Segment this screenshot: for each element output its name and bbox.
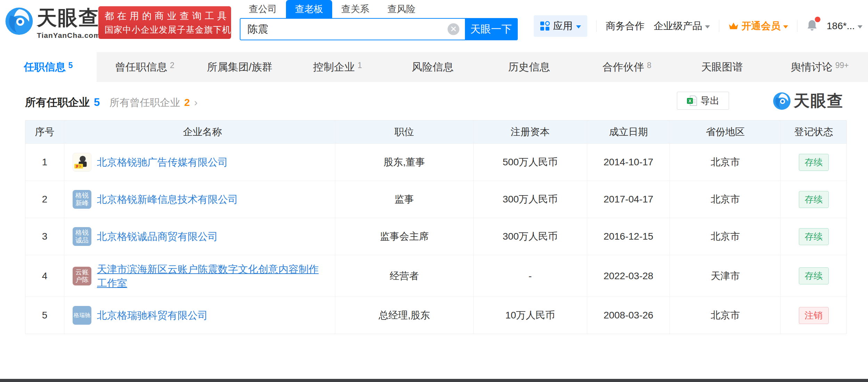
divider	[797, 20, 797, 32]
account-phone: 186*...	[827, 20, 855, 32]
search-input[interactable]	[240, 19, 448, 40]
watermark-text: 天眼查	[794, 90, 844, 112]
tab-controlled-companies[interactable]: 控制企业 1	[289, 52, 386, 82]
top-header: 天眼查 TianYanCha.com 都在用的商业查询工具 国家中小企业发展子基…	[0, 0, 868, 52]
company-logo: 格锐 诚品	[73, 227, 91, 246]
tianyancha-watermark-icon	[773, 92, 791, 110]
status-badge: 注销	[799, 307, 829, 324]
capital-cell: 10万人民币	[473, 297, 587, 334]
col-header-status: 登记状态	[780, 121, 846, 143]
status-badge: 存续	[799, 228, 829, 245]
section-header: 所有任职企业 5 所有曾任职企业 2 › X 导出	[0, 82, 868, 120]
notifications-bell[interactable]	[806, 19, 818, 33]
table-row: 4 云账 户陈 天津市滨海新区云账户陈震数字文化创意内容制作工作室 经营者 - …	[25, 255, 846, 297]
promo-banner: 都在用的商业查询工具 国家中小企业发展子基金旗下机构	[98, 6, 231, 39]
tab-graph[interactable]: 天眼图谱	[675, 52, 772, 82]
promo-line2: 国家中小企业发展子基金旗下机构	[105, 23, 225, 36]
notification-dot	[815, 17, 820, 22]
company-link[interactable]: 天津市滨海新区云账户陈震数字文化创意内容制作工作室	[97, 262, 326, 290]
tab-risk-info[interactable]: 风险信息	[386, 52, 482, 82]
table-row: 3 格锐 诚品 北京格锐诚品商贸有限公司 监事会主席 300万人民币 2016-…	[25, 218, 846, 255]
date-cell: 2014-10-17	[587, 144, 670, 181]
tab-former-positions[interactable]: 曾任职信息 2	[97, 52, 193, 82]
nav-enterprise-products[interactable]: 企业级产品	[654, 19, 710, 33]
position-cell: 监事会主席	[335, 218, 473, 255]
col-header-date: 成立日期	[587, 121, 670, 143]
company-logo: 萝卜	[73, 153, 91, 172]
search-tab-risk[interactable]: 查风险	[378, 0, 425, 18]
logo-text: 户陈	[75, 276, 89, 284]
export-label: 导出	[701, 94, 719, 107]
table-header-row: 序号 企业名称 职位 注册资本 成立日期 省份地区 登记状态	[25, 121, 846, 143]
tab-label: 任职信息	[24, 60, 65, 74]
nav-vip-upgrade[interactable]: 开通会员	[728, 19, 788, 33]
col-header-position: 职位	[335, 121, 473, 143]
apps-menu[interactable]: 应用	[534, 15, 587, 37]
nav-business-cooperation[interactable]: 商务合作	[606, 19, 645, 33]
region-cell: 北京市	[670, 144, 780, 181]
former-companies-link[interactable]: 所有曾任职企业	[109, 96, 180, 110]
brand-title: 天眼查	[37, 5, 100, 31]
tab-positions[interactable]: 任职信息 5	[0, 52, 97, 82]
search-tab-company[interactable]: 查公司	[240, 0, 286, 18]
row-index: 1	[25, 144, 64, 181]
tab-label: 合作伙伴	[603, 60, 644, 74]
tab-public-opinion[interactable]: 舆情讨论 99+	[772, 52, 868, 82]
tab-history-info[interactable]: 历史信息	[482, 52, 579, 82]
brand-subtitle: TianYanCha.com	[37, 31, 100, 40]
tianyancha-logo[interactable]: 天眼查 TianYanCha.com	[5, 5, 100, 40]
nav-business-label: 商务合作	[606, 19, 645, 33]
col-header-capital: 注册资本	[473, 121, 587, 143]
row-index: 4	[25, 255, 64, 297]
tab-label: 舆情讨论	[791, 60, 833, 74]
nav-vip-label: 开通会员	[742, 19, 780, 33]
capital-cell: -	[473, 255, 587, 297]
search-tabs: 查公司 查老板 查关系 查风险	[240, 2, 518, 18]
search-tab-boss[interactable]: 查老板	[286, 0, 332, 18]
capital-cell: 300万人民币	[473, 218, 587, 255]
nav-account[interactable]: 186*...	[827, 20, 862, 32]
company-link[interactable]: 北京格锐诚品商贸有限公司	[97, 230, 218, 243]
tab-count: 5	[68, 61, 73, 70]
date-cell: 2016-12-15	[587, 218, 670, 255]
company-link[interactable]: 北京格锐新峰信息技术有限公司	[97, 192, 238, 206]
tab-partners[interactable]: 合作伙伴 8	[579, 52, 675, 82]
tianyancha-logo-icon	[5, 7, 33, 35]
bottom-edge-strip	[0, 379, 868, 382]
status-badge: 存续	[799, 191, 829, 208]
row-index: 3	[25, 218, 64, 255]
row-index: 2	[25, 181, 64, 218]
employment-table: 序号 企业名称 职位 注册资本 成立日期 省份地区 登记状态 1 萝卜	[25, 120, 847, 334]
tab-label: 曾任职信息	[115, 60, 167, 74]
svg-text:萝卜: 萝卜	[75, 165, 82, 168]
clear-search-icon[interactable]: ✕	[448, 23, 459, 35]
date-cell: 2022-03-28	[587, 255, 670, 297]
company-logo: 格瑞驰	[73, 306, 91, 325]
chevron-right-icon: ›	[194, 97, 197, 108]
search-tab-relation[interactable]: 查关系	[332, 0, 378, 18]
divider	[596, 20, 597, 32]
logo-text: 云账	[75, 268, 89, 276]
search-area: 查公司 查老板 查关系 查风险 ✕ 天眼一下	[240, 2, 518, 40]
company-link[interactable]: 北京格锐驰广告传媒有限公司	[97, 155, 228, 169]
apps-label: 应用	[553, 19, 573, 33]
region-cell: 北京市	[670, 297, 780, 334]
date-cell: 2008-03-26	[587, 297, 670, 334]
table-row: 1 萝卜 北京格锐驰广告传媒有限公司 股东,董事 500万人民币 2014-10…	[25, 143, 846, 181]
promo-line1: 都在用的商业查询工具	[105, 9, 225, 23]
tab-group[interactable]: 所属集团/族群	[193, 52, 289, 82]
region-cell: 北京市	[670, 218, 780, 255]
tab-count: 8	[647, 61, 652, 70]
search-box: ✕ 天眼一下	[240, 18, 518, 40]
tab-count: 99+	[835, 61, 849, 70]
section-title: 所有任职企业	[25, 95, 90, 110]
position-cell: 股东,董事	[335, 144, 473, 181]
logo-text: 新峰	[75, 199, 89, 207]
company-link[interactable]: 北京格瑞驰科贸有限公司	[97, 308, 208, 322]
col-header-region: 省份地区	[670, 121, 780, 143]
export-button[interactable]: X 导出	[677, 92, 729, 110]
logo-text: 格锐	[75, 229, 89, 236]
logo-text: 诚品	[75, 236, 89, 244]
search-button[interactable]: 天眼一下	[465, 19, 517, 40]
region-cell: 天津市	[670, 255, 780, 297]
